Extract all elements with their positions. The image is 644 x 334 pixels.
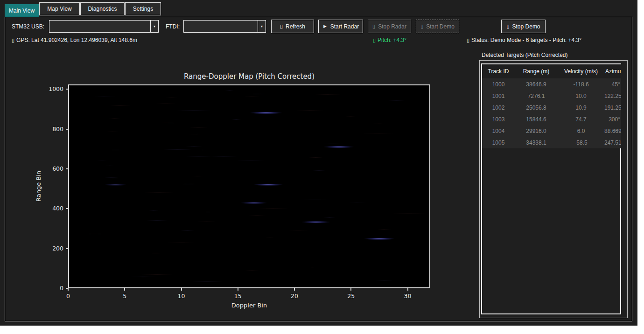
table-cell: 74.7 xyxy=(558,116,604,123)
table-row[interactable]: 100429916.06.088.66998 xyxy=(482,125,621,137)
table-cell: 45° xyxy=(604,81,620,88)
table-row[interactable]: 100534338.1-58.5247.5104 xyxy=(482,137,621,148)
table-row[interactable]: 10017276.110.0122.2510 xyxy=(482,90,621,102)
button-label: Refresh xyxy=(286,23,305,30)
stop-demo-button[interactable]: ▯ Stop Demo xyxy=(501,20,546,33)
table-cell: 1000 xyxy=(482,81,515,88)
table-cell: 38646.9 xyxy=(515,81,558,88)
combo-dropdown-button[interactable]: ▼ xyxy=(150,21,158,32)
column-header[interactable]: Azimuth xyxy=(604,68,620,75)
satellite-icon: ▯ xyxy=(12,37,14,43)
table-cell: 6.0 xyxy=(558,128,604,134)
range-doppler-plot xyxy=(68,84,430,288)
table-cell: 29916.0 xyxy=(515,128,558,134)
table-cell: 34338.1 xyxy=(515,139,558,146)
targets-table: Track ID Range (m) Velocity (m/s) Azimut… xyxy=(481,63,621,314)
table-cell: 1001 xyxy=(482,93,515,99)
button-label: Stop Radar xyxy=(378,23,406,30)
refresh-icon: ▯ xyxy=(280,24,283,29)
tab-label: Diagnostics xyxy=(88,6,117,12)
table-cell: 7276.1 xyxy=(515,93,558,99)
combo-dropdown-button[interactable]: ▼ xyxy=(258,21,266,32)
table-cell: -58.5 xyxy=(558,139,604,146)
stop-radar-button: ▯ Stop Radar xyxy=(368,20,411,33)
table-cell: 88.66998 xyxy=(604,128,620,134)
pitch-indicator: ▯Pitch: +4.3° xyxy=(373,37,406,43)
table-cell: 1004 xyxy=(482,128,515,134)
table-row[interactable]: 100315844.674.7300° xyxy=(482,113,621,125)
table-cell: 1005 xyxy=(482,139,515,146)
antenna-icon: ▯ xyxy=(467,37,469,43)
button-label: Start Radar xyxy=(330,23,359,30)
table-cell: 1002 xyxy=(482,104,515,111)
table-cell: 10.9 xyxy=(558,104,604,111)
play-icon: ► xyxy=(322,24,328,29)
pitch-text: Pitch: +4.3° xyxy=(378,37,406,43)
ftdi-label: FTDI: xyxy=(166,23,180,30)
start-radar-button[interactable]: ► Start Radar xyxy=(318,20,363,33)
tab-label: Settings xyxy=(133,6,153,12)
table-cell: 191.2552 xyxy=(604,104,620,111)
screenshot-canvas: Main View Map View Diagnostics Settings … xyxy=(0,0,644,334)
table-cell: 10.0 xyxy=(558,93,604,99)
stm32-usb-label: STM32 USB: xyxy=(12,23,44,30)
table-cell: 122.2510 xyxy=(604,93,620,99)
table-cell: 25056.8 xyxy=(515,104,558,111)
gps-status: ▯GPS: Lat 41.902426, Lon 12.496039, Alt … xyxy=(12,37,137,43)
button-label: Stop Demo xyxy=(512,23,540,30)
demo-icon: ▯ xyxy=(420,24,423,29)
y-axis-label: Range Bin xyxy=(35,171,42,202)
column-header[interactable]: Velocity (m/s) xyxy=(558,68,604,75)
stop-icon: ▯ xyxy=(372,24,375,29)
table-header-row: Track ID Range (m) Velocity (m/s) Azimut… xyxy=(482,64,621,78)
stm32-usb-combobox[interactable]: ▼ xyxy=(49,20,159,33)
chevron-down-icon: ▼ xyxy=(260,25,264,28)
table-scrollbar[interactable] xyxy=(620,148,621,314)
table-cell: 15844.6 xyxy=(515,116,558,123)
column-header[interactable]: Range (m) xyxy=(515,68,558,75)
ftdi-combobox[interactable]: ▼ xyxy=(183,20,266,33)
button-label: Start Demo xyxy=(426,23,455,30)
pitch-icon: ▯ xyxy=(373,37,376,43)
gps-text: GPS: Lat 41.902426, Lon 12.496039, Alt 1… xyxy=(16,37,137,43)
table-cell: 247.5104 xyxy=(604,139,620,146)
table-cell: 300° xyxy=(604,116,620,123)
start-demo-button: ▯ Start Demo xyxy=(416,20,459,33)
radar-status: ▯Status: Demo Mode - 6 targets - Pitch: … xyxy=(467,37,581,43)
tab-main-view[interactable]: Main View xyxy=(5,4,39,17)
table-row[interactable]: 100038646.9-118.645° xyxy=(482,78,621,90)
tab-label: Map View xyxy=(47,6,71,12)
radar-app-window: Main View Map View Diagnostics Settings … xyxy=(0,0,637,326)
stop-demo-icon: ▯ xyxy=(506,24,509,29)
stm32-usb-value xyxy=(49,21,150,32)
chart-title: Range-Doppler Map (Pitch Corrected) xyxy=(68,72,430,81)
table-body: 100038646.9-118.645°10017276.110.0122.25… xyxy=(482,78,621,148)
tab-map-view[interactable]: Map View xyxy=(39,2,80,15)
table-cell: -118.6 xyxy=(558,81,604,88)
chevron-down-icon: ▼ xyxy=(153,25,156,28)
column-header[interactable]: Track ID xyxy=(482,68,515,75)
table-cell: 1003 xyxy=(482,116,515,123)
x-axis-label: Doppler Bin xyxy=(68,302,430,309)
tab-label: Main View xyxy=(9,7,35,14)
tab-diagnostics[interactable]: Diagnostics xyxy=(80,2,125,15)
refresh-button[interactable]: ▯ Refresh xyxy=(271,20,314,33)
table-row[interactable]: 100225056.810.9191.2552 xyxy=(482,102,621,113)
status-text: Status: Demo Mode - 6 targets - Pitch: +… xyxy=(471,37,581,43)
tab-settings[interactable]: Settings xyxy=(125,2,161,15)
targets-panel-title: Detected Targets (Pitch Corrected) xyxy=(482,52,568,58)
ftdi-value xyxy=(184,21,258,32)
